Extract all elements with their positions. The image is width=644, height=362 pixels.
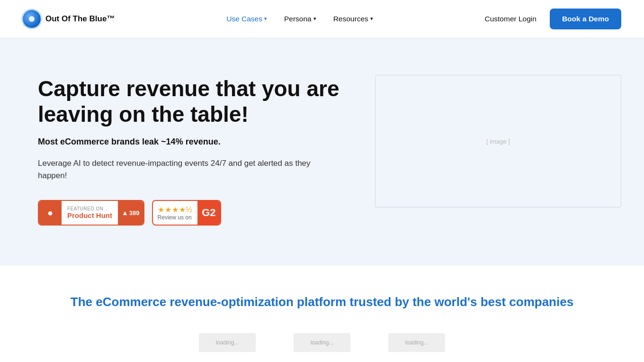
chevron-down-icon: ▾ [370, 16, 373, 22]
trust-logo-2: loading... [294, 333, 350, 352]
nav-links: Use Cases ▾ Persona ▾ Resources ▾ [226, 15, 373, 23]
chevron-down-icon: ▾ [264, 16, 267, 22]
ph-count: ▲ 389 [118, 201, 143, 225]
customer-login-link[interactable]: Customer Login [485, 15, 537, 23]
ph-name: Product Hunt [67, 211, 112, 219]
nav-link-resources[interactable]: Resources ▾ [333, 15, 373, 23]
logo-icon [23, 10, 41, 28]
g2-review-label: Review us on [158, 214, 192, 221]
nav-item-resources[interactable]: Resources ▾ [333, 15, 373, 23]
nav-right: Customer Login Book a Demo [485, 9, 621, 29]
hero-title: Capture revenue that you are leaving on … [38, 76, 341, 127]
hero-body: Leverage AI to detect revenue-impacting … [38, 157, 341, 182]
ph-featured-label: FEATURED ON [67, 206, 103, 211]
ph-arrow-icon: ▲ [122, 209, 128, 217]
hero-section: Capture revenue that you are leaving on … [0, 38, 644, 265]
nav-link-persona[interactable]: Persona ▾ [284, 15, 316, 23]
trust-heading: The eCommerce revenue-optimization platf… [23, 294, 621, 310]
trust-logo-3: loading... [388, 333, 445, 352]
trust-logos: loading... loading... loading... [23, 333, 621, 352]
g2-badge[interactable]: ★★★★½ Review us on G2 [152, 200, 221, 226]
ph-logo-icon: ● [39, 201, 62, 225]
nav-item-use-cases[interactable]: Use Cases ▾ [226, 15, 267, 23]
navbar: Out Of The Blue™ Use Cases ▾ Persona ▾ R… [0, 0, 644, 38]
hero-left: Capture revenue that you are leaving on … [38, 71, 341, 226]
book-demo-button[interactable]: Book a Demo [550, 9, 621, 29]
product-hunt-badge[interactable]: ● FEATURED ON Product Hunt ▲ 389 [38, 200, 144, 226]
g2-content: ★★★★½ Review us on [153, 205, 197, 221]
trust-section: The eCommerce revenue-optimization platf… [0, 265, 644, 362]
hero-subtitle: Most eCommerce brands leak ~14% revenue. [38, 137, 341, 147]
hero-image-area: [ image ] [375, 71, 621, 213]
ph-count-value: 389 [129, 209, 140, 217]
g2-stars: ★★★★½ [158, 205, 193, 214]
chevron-down-icon: ▾ [313, 16, 316, 22]
nav-item-persona[interactable]: Persona ▾ [284, 15, 316, 23]
brand-logo[interactable]: Out Of The Blue™ [23, 10, 115, 28]
hero-image: [ image ] [375, 75, 621, 208]
ph-content: FEATURED ON Product Hunt [62, 206, 118, 219]
brand-name: Out Of The Blue™ [45, 14, 115, 24]
hero-badges: ● FEATURED ON Product Hunt ▲ 389 ★★★★½ R… [38, 200, 341, 226]
trust-logo-1: loading... [199, 333, 256, 352]
g2-logo-icon: G2 [197, 201, 220, 225]
nav-link-use-cases[interactable]: Use Cases ▾ [226, 15, 267, 23]
